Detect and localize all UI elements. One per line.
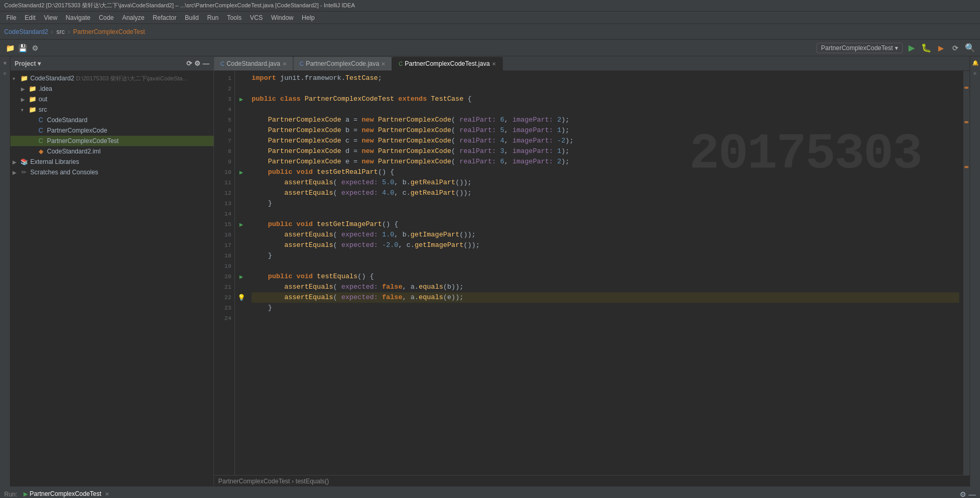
run-settings-icon[interactable]: ⚙ [960, 490, 966, 499]
tree-codestandard[interactable]: ▶ C CodeStandard [10, 115, 214, 125]
code-line-15: public void testGetImagePart() { [252, 219, 959, 230]
tree-partnercomplexcode[interactable]: ▶ C PartnerComplexCode [10, 125, 214, 136]
tree-scratches-label: Scratches and Consoles [30, 169, 98, 176]
tree-extlibs[interactable]: ▶ 📚 External Libraries [10, 157, 214, 167]
toolbar: 📁 💾 ⚙ PartnerComplexCodeTest ▾ ▶ 🐛 ▶ ⟳ 🔍 [0, 40, 980, 56]
toolbar-folder-icon[interactable]: 📁 [4, 42, 16, 54]
run-icon-line20[interactable]: ▶ [239, 273, 243, 281]
code-line-10: public void testGetRealPart() { [252, 167, 959, 177]
tab-icon-java: C [220, 61, 225, 67]
menu-refactor[interactable]: Refactor [149, 13, 181, 22]
code-line-21: assertEquals( expected: false, a.equals(… [252, 282, 959, 292]
menu-edit[interactable]: Edit [20, 13, 40, 22]
code-line-23: } [252, 303, 959, 313]
code-line-20: public void testEquals() { [252, 271, 959, 282]
structure-panel-icon[interactable]: ≡ [971, 69, 979, 77]
project-sync-icon[interactable]: ⟳ [186, 60, 192, 67]
code-line-19 [252, 261, 959, 271]
run-icon-line15[interactable]: ▶ [239, 221, 243, 229]
tree-partnercomplexcode-label: PartnerComplexCode [47, 127, 107, 134]
tree-partnercomplexcodetest[interactable]: ▶ C PartnerComplexCodeTest [10, 136, 214, 146]
tree-scratches[interactable]: ▶ ✏ Scratches and Consoles [10, 167, 214, 177]
menu-navigate[interactable]: Navigate [62, 13, 95, 22]
tree-idea[interactable]: ▶ 📁 .idea [10, 84, 214, 94]
breadcrumb: PartnerComplexCodeTest › testEquals() [218, 478, 329, 485]
menu-bar: File Edit View Navigate Code Analyze Ref… [0, 11, 980, 24]
code-editor[interactable]: 1 2 3 4 5 6 7 8 9 10 11 12 13 14 15 16 1… [214, 71, 970, 475]
tree-src[interactable]: ▾ 📁 src [10, 104, 214, 115]
tab-partnercomplexcodetest-label: PartnerComplexCodeTest.java [405, 60, 490, 67]
menu-view[interactable]: View [40, 13, 62, 22]
right-scrollbar[interactable] [963, 71, 970, 475]
run-tab-close-icon[interactable]: ✕ [105, 491, 109, 497]
nav-src[interactable]: src [56, 28, 65, 35]
title-text: CodeStandard2 [D:\20175303 柴轩达\大二下\java\… [4, 2, 355, 9]
tree-root-label: CodeStandard2 D:\20175303 柴轩达\大二下\java\C… [30, 75, 187, 82]
editor-area: C CodeStandard.java ✕ C PartnerComplexCo… [214, 56, 970, 487]
toolbar-settings-icon[interactable]: ⚙ [29, 42, 41, 54]
menu-code[interactable]: Code [95, 13, 118, 22]
code-line-17: assertEquals( expected: -2.0, c.getImage… [252, 240, 959, 251]
code-line-14 [252, 209, 959, 219]
tab-partnercomplexcodetest[interactable]: C PartnerComplexCodeTest.java ✕ [392, 57, 503, 70]
menu-window[interactable]: Window [267, 13, 298, 22]
profile-button[interactable]: ⟳ [950, 42, 961, 54]
menu-help[interactable]: Help [298, 13, 319, 22]
tree-root[interactable]: ▾ 📁 CodeStandard2 D:\20175303 柴轩达\大二下\ja… [10, 73, 214, 84]
code-line-1: import junit.framework.TestCase; [252, 73, 959, 84]
run-with-coverage-button[interactable]: ▶ [935, 42, 947, 54]
code-line-6: PartnerComplexCode b = new PartnerComple… [252, 125, 959, 136]
scroll-marker-1 [964, 87, 969, 89]
tree-out[interactable]: ▶ 📁 out [10, 94, 214, 104]
search-everywhere-icon[interactable]: 🔍 [964, 42, 976, 54]
project-gear-icon[interactable]: ⚙ [194, 60, 200, 67]
tab-codestandard[interactable]: C CodeStandard.java ✕ [214, 57, 293, 70]
menu-vcs[interactable]: VCS [246, 13, 267, 22]
run-button[interactable]: ▶ [906, 42, 917, 54]
menu-build[interactable]: Build [181, 13, 203, 22]
tab-icon-java2: C [300, 61, 304, 67]
tree-iml-label: CodeStandard2.iml [47, 148, 101, 155]
nav-sep1: › [51, 28, 53, 35]
tab-partnercomplexcode[interactable]: C PartnerComplexCode.java ✕ [293, 57, 393, 70]
tab-codestandard-close[interactable]: ✕ [282, 61, 287, 67]
editor-tabs-bar: C CodeStandard.java ✕ C PartnerComplexCo… [214, 56, 970, 71]
menu-analyze[interactable]: Analyze [118, 13, 149, 22]
nav-bar: CodeStandard2 › src › PartnerComplexCode… [0, 24, 980, 40]
title-bar: CodeStandard2 [D:\20175303 柴轩达\大二下\java\… [0, 0, 980, 11]
tab-partnercomplexcode-label: PartnerComplexCode.java [306, 60, 380, 67]
debug-button[interactable]: 🐛 [920, 42, 932, 54]
tree-extlibs-label: External Libraries [30, 158, 79, 165]
run-minimize-icon[interactable]: — [969, 490, 976, 499]
notifications-icon[interactable]: 🔔 [971, 58, 979, 67]
favorites-icon[interactable]: ★ [1, 58, 9, 67]
project-panel: Project ▾ ⟳ ⚙ — ▾ 📁 CodeStandard2 D:\201… [10, 56, 214, 487]
breadcrumb-bar: PartnerComplexCodeTest › testEquals() [214, 475, 970, 487]
tab-partnercomplexcodetest-close[interactable]: ✕ [492, 61, 496, 67]
main-layout: ★ ≡ Project ▾ ⟳ ⚙ — ▾ 📁 CodeStandard2 D:… [0, 56, 980, 487]
run-tab-partnercomplexcodetest[interactable]: ▶ PartnerComplexCodeTest ✕ [21, 489, 111, 499]
run-icon-line10[interactable]: ▶ [239, 169, 243, 176]
line-numbers: 1 2 3 4 5 6 7 8 9 10 11 12 13 14 15 16 1… [214, 71, 235, 475]
chevron-down-icon: ▾ [895, 44, 898, 52]
code-line-16: assertEquals( expected: 1.0, b.getImageP… [252, 230, 959, 240]
toolbar-save-icon[interactable]: 💾 [17, 42, 28, 54]
tab-icon-test: C [398, 61, 403, 67]
menu-tools[interactable]: Tools [223, 13, 246, 22]
nav-file[interactable]: PartnerComplexCodeTest [73, 28, 145, 35]
tab-partnercomplexcode-close[interactable]: ✕ [381, 61, 385, 67]
code-line-11: assertEquals( expected: 5.0, b.getRealPa… [252, 177, 959, 188]
tree-iml[interactable]: ▶ ◆ CodeStandard2.iml [10, 146, 214, 157]
nav-project[interactable]: CodeStandard2 [4, 28, 48, 35]
code-line-22: assertEquals( expected: false, a.equals(… [252, 292, 959, 303]
run-icon-line3[interactable]: ▶ [239, 96, 243, 103]
menu-run[interactable]: Run [203, 13, 223, 22]
tree-partnercomplexcodetest-label: PartnerComplexCodeTest [47, 137, 119, 145]
menu-file[interactable]: File [2, 13, 20, 22]
project-close-icon[interactable]: — [203, 60, 209, 67]
warning-icon-line22: 💡 [238, 294, 245, 302]
run-tab-icons: ⚙ — [960, 490, 976, 499]
run-config-selector[interactable]: PartnerComplexCodeTest ▾ [817, 43, 903, 53]
structure-icon[interactable]: ≡ [1, 69, 9, 77]
code-content[interactable]: 20175303 import junit.framework.TestCase… [247, 71, 963, 475]
